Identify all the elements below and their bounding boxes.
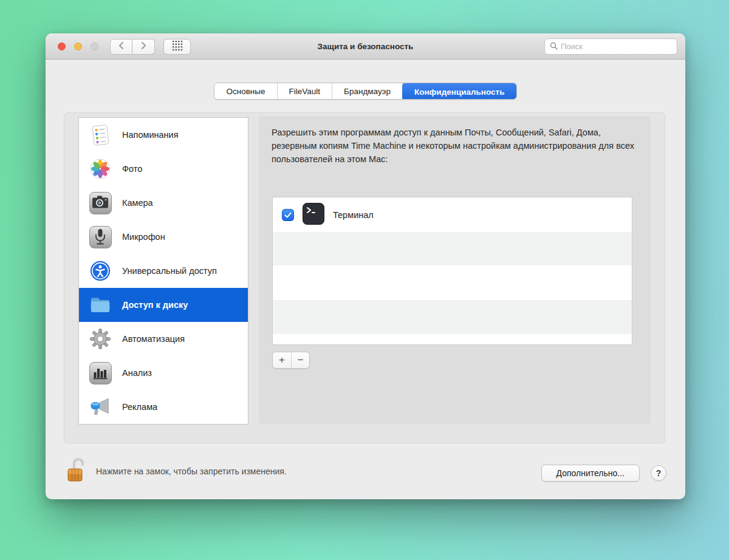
disk-access-folder-icon — [88, 293, 112, 317]
security-preferences-window: Защита и безопасность Основные FileVault… — [46, 33, 685, 499]
analytics-icon — [88, 361, 112, 385]
sidebar-item-photos[interactable]: Фото — [79, 152, 248, 186]
sidebar-item-disk-access[interactable]: Доступ к диску — [79, 288, 248, 322]
empty-list-row — [273, 265, 632, 300]
advertising-megaphone-icon — [88, 395, 112, 419]
chevron-left-icon — [118, 41, 125, 52]
sidebar-item-label: Анализ — [122, 368, 152, 378]
sidebar-item-label: Напоминания — [122, 130, 179, 140]
privacy-panel: Напоминания — [64, 112, 665, 443]
accessibility-icon — [88, 259, 112, 283]
empty-list-row — [273, 300, 632, 334]
sidebar-item-advertising[interactable]: Реклама — [79, 390, 248, 424]
sidebar-item-label: Камера — [122, 198, 153, 208]
sidebar-item-label: Микрофон — [122, 232, 165, 242]
show-all-button[interactable] — [163, 39, 191, 55]
search-icon — [550, 41, 558, 52]
microphone-icon — [88, 225, 112, 249]
sidebar-item-label: Фото — [122, 164, 142, 174]
lock-hint-text: Нажмите на замок, чтобы запретить измене… — [96, 466, 287, 476]
sidebar-item-microphone[interactable]: Микрофон — [79, 220, 248, 254]
automation-gear-icon — [88, 327, 112, 351]
photos-icon — [88, 157, 112, 181]
lock-area: Нажмите на замок, чтобы запретить измене… — [66, 455, 287, 487]
sidebar-item-camera[interactable]: Камера — [79, 186, 248, 220]
privacy-categories-list: Напоминания — [78, 117, 248, 425]
advanced-button[interactable]: Дополнительно... — [541, 465, 640, 482]
back-button[interactable] — [110, 39, 132, 55]
sidebar-item-label: Автоматизация — [122, 334, 185, 344]
grid-icon — [172, 40, 183, 53]
sidebar-item-accessibility[interactable]: Универсальный доступ — [79, 254, 248, 288]
search-field[interactable] — [544, 38, 677, 55]
tab-general[interactable]: Основные — [214, 83, 277, 99]
zoom-button[interactable] — [91, 43, 98, 50]
disk-access-pane: Разрешить этим программам доступ к данны… — [259, 116, 651, 424]
list-edit-controls: + − — [272, 352, 310, 369]
empty-list-row — [273, 232, 632, 265]
tab-firewall[interactable]: Брандмауэр — [332, 83, 403, 99]
chevron-right-icon — [140, 41, 147, 52]
tab-strip: Основные FileVault Брандмауэр Конфиденци… — [46, 83, 685, 100]
titlebar: Защита и безопасность — [46, 33, 685, 60]
app-name: Терминал — [333, 210, 374, 220]
minimize-button[interactable] — [74, 43, 82, 50]
close-button[interactable] — [58, 43, 66, 50]
sidebar-item-label: Доступ к диску — [122, 300, 188, 310]
sidebar-item-reminders[interactable]: Напоминания — [79, 118, 248, 152]
sidebar-item-automation[interactable]: Автоматизация — [79, 322, 248, 356]
app-row-terminal[interactable]: Терминал — [273, 197, 632, 232]
tab-privacy[interactable]: Конфиденциальность — [402, 83, 517, 100]
camera-icon — [88, 191, 112, 215]
reminders-icon — [88, 123, 112, 147]
forward-button[interactable] — [132, 39, 155, 55]
add-app-button[interactable]: + — [273, 352, 291, 368]
nav-buttons — [110, 39, 155, 55]
terminal-icon — [303, 203, 324, 227]
search-input[interactable] — [561, 42, 672, 51]
terminal-checkbox[interactable] — [282, 209, 294, 221]
help-button[interactable]: ? — [651, 465, 666, 481]
allowed-apps-list: Терминал — [272, 197, 632, 345]
sidebar-item-label: Универсальный доступ — [122, 266, 217, 276]
unlocked-padlock-icon[interactable] — [66, 455, 87, 487]
remove-app-button[interactable]: − — [291, 352, 309, 368]
sidebar-item-analytics[interactable]: Анализ — [79, 356, 248, 390]
sidebar-item-label: Реклама — [122, 402, 157, 412]
privacy-description: Разрешить этим программам доступ к данны… — [259, 116, 648, 166]
tab-filevault[interactable]: FileVault — [278, 83, 333, 99]
question-mark-icon: ? — [656, 468, 662, 478]
